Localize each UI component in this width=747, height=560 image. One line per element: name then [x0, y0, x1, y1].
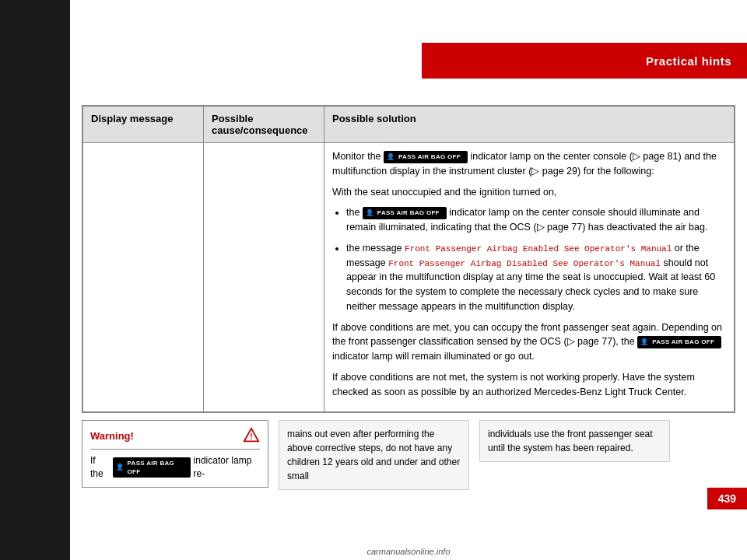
warning-triangle-icon: ! [243, 427, 260, 444]
pass-airbag-off-badge-2: PASS AIR BAG OFF [375, 208, 442, 219]
warning-section: Warning! ! If the 👤 PASS AIR BAG OFF ind… [82, 420, 268, 488]
col-cause-label: Possiblecause/consequence [212, 113, 308, 136]
watermark: carmanualsonline.info [70, 547, 747, 556]
bullet-item-1: the 👤 PASS AIR BAG OFF indicator lamp on… [346, 205, 726, 235]
watermark-text: carmanualsonline.info [366, 547, 450, 556]
content-area: Practical hints Display message Possible… [70, 0, 747, 560]
solution-para-2: With the seat unoccupied and the ignitio… [332, 185, 726, 200]
warning-text-suffix: indicator lamp re- [194, 454, 260, 481]
svg-text:!: ! [250, 432, 252, 441]
airbag-icon-3: 👤 PASS AIR BAG OFF [637, 336, 721, 348]
right-warning-box: individuals use the front passenger seat… [479, 420, 670, 462]
bullet-list: the 👤 PASS AIR BAG OFF indicator lamp on… [346, 205, 726, 313]
col-header-cause: Possiblecause/consequence [204, 107, 324, 143]
bullet-item-2: the message Front Passenger Airbag Enabl… [346, 241, 726, 314]
middle-warning-box: mains out even after performing the abov… [279, 420, 469, 490]
warning-body: If the 👤 PASS AIR BAG OFF indicator lamp… [90, 454, 260, 481]
col-header-display: Display message [83, 107, 204, 143]
pass-airbag-off-badge-3: PASS AIR BAG OFF [650, 337, 717, 348]
solution-para-1: Monitor the 👤 PASS AIR BAG OFF indicator… [332, 149, 726, 179]
pass-airbag-off-badge-warning: PASS AIR BAG OFF [125, 458, 186, 477]
warning-text-prefix: If the [90, 454, 110, 481]
table-cell-display [83, 143, 204, 412]
solution-para-4: If above conditions are not met, the sys… [332, 370, 726, 400]
airbag-icon-1: 👤 PASS AIR BAG OFF [384, 151, 468, 163]
page-number: 439 [718, 492, 736, 505]
right-warning-text: individuals use the front passenger seat… [488, 429, 652, 453]
warning-title: Warning! [90, 430, 243, 442]
code-text-1: Front Passenger Airbag Enabled See Opera… [405, 244, 672, 254]
left-strip [0, 0, 70, 560]
pass-airbag-off-badge-1: PASS AIR BAG OFF [396, 152, 463, 163]
warning-header: Warning! ! [90, 427, 260, 450]
page-title: Practical hints [646, 54, 731, 68]
solution-para-3: If above conditions are met, you can occ… [332, 320, 726, 364]
table-cell-cause [204, 143, 324, 412]
main-table: Display message Possiblecause/consequenc… [82, 105, 735, 413]
col-header-solution: Possible solution [324, 107, 735, 143]
airbag-icon-2: 👤 PASS AIR BAG OFF [363, 207, 447, 219]
page-container: Practical hints Display message Possible… [0, 0, 747, 560]
middle-warning-text: mains out even after performing the abov… [287, 429, 460, 481]
page-number-badge: 439 [707, 488, 747, 509]
table-cell-solution: Monitor the 👤 PASS AIR BAG OFF indicator… [324, 143, 735, 412]
header-bar: Practical hints [422, 43, 747, 79]
airbag-icon-warning: 👤 PASS AIR BAG OFF [113, 457, 191, 478]
code-text-2: Front Passenger Airbag Disabled See Oper… [388, 259, 661, 268]
